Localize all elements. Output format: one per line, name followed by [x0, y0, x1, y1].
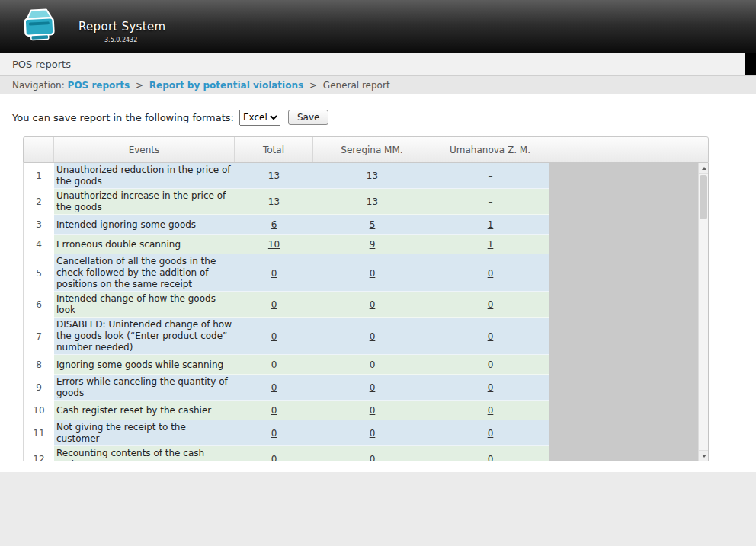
- seregina-cell: 0: [313, 254, 431, 292]
- row-number-cell: 3: [24, 215, 54, 235]
- total-cell: 0: [235, 292, 313, 318]
- seregina-cell: 5: [313, 215, 431, 235]
- total-cell: 0: [235, 420, 313, 446]
- seregina-cell: 0: [313, 375, 431, 401]
- total-cell: 0: [235, 355, 313, 375]
- count-link[interactable]: 0: [488, 331, 494, 342]
- breadcrumb-label: Navigation:: [12, 80, 65, 91]
- total-cell: 13: [235, 163, 313, 189]
- count-link[interactable]: 0: [370, 454, 376, 461]
- report-system-logo-icon: [21, 6, 56, 46]
- header-filler-cell: [549, 137, 708, 162]
- app-version: 3.5.0.2432: [104, 37, 165, 43]
- count-link[interactable]: 0: [271, 454, 277, 461]
- count-link[interactable]: 13: [367, 196, 378, 207]
- event-cell: Recounting contents of the cash register: [54, 446, 235, 461]
- app-title: Report System: [78, 20, 165, 34]
- total-cell: 0: [235, 318, 313, 355]
- count-link[interactable]: 0: [370, 331, 376, 342]
- seregina-cell: 9: [313, 235, 431, 254]
- event-cell: Erroneous double scanning: [54, 235, 235, 254]
- event-cell: Unauthorized increase in the price of th…: [54, 189, 235, 215]
- total-cell: 0: [235, 446, 313, 461]
- dash-value: –: [489, 171, 493, 181]
- count-link[interactable]: 1: [488, 239, 494, 250]
- header-total-cell: Total: [235, 137, 313, 162]
- table-row: 12Recounting contents of the cash regist…: [24, 446, 549, 461]
- total-cell: 0: [235, 401, 313, 420]
- umahanova-cell: –: [431, 189, 549, 215]
- count-link[interactable]: 0: [488, 428, 494, 439]
- event-cell: Unauthorized reduction in the price of t…: [54, 163, 235, 189]
- table-row: 9Errors while canceling the quantity of …: [24, 375, 549, 401]
- section-bar: POS reports: [0, 53, 756, 76]
- save-formats-label: You can save report in the following for…: [12, 112, 234, 123]
- count-link[interactable]: 0: [370, 299, 376, 310]
- count-link[interactable]: 0: [370, 405, 376, 416]
- report-table: Events Total Seregina MM. Umahanova Z. M…: [23, 136, 709, 461]
- table-row: 1Unauthorized reduction in the price of …: [24, 163, 549, 189]
- count-link[interactable]: 0: [271, 299, 277, 310]
- count-link[interactable]: 13: [367, 171, 378, 181]
- scroll-up-icon: [702, 167, 706, 170]
- breadcrumb-separator: >: [136, 80, 143, 91]
- footer-divider: [0, 472, 756, 481]
- count-link[interactable]: 0: [488, 405, 494, 416]
- table-header-row: Events Total Seregina MM. Umahanova Z. M…: [23, 136, 709, 163]
- count-link[interactable]: 0: [271, 428, 277, 439]
- row-number-cell: 9: [24, 375, 54, 401]
- umahanova-cell: 0: [431, 446, 549, 461]
- row-number-cell: 4: [24, 235, 54, 254]
- event-cell: Errors while canceling the quantity of g…: [54, 375, 235, 401]
- seregina-cell: 0: [313, 446, 431, 461]
- app-window: Report System 3.5.0.2432 POS reports Nav…: [0, 0, 756, 546]
- count-link[interactable]: 0: [488, 382, 494, 393]
- count-link[interactable]: 6: [271, 219, 277, 230]
- count-link[interactable]: 9: [370, 239, 376, 250]
- count-link[interactable]: 13: [268, 196, 280, 207]
- table-row: 5Cancellation of all the goods in the ch…: [24, 254, 549, 292]
- total-cell: 6: [235, 215, 313, 235]
- umahanova-cell: 0: [431, 375, 549, 401]
- count-link[interactable]: 0: [488, 454, 494, 461]
- count-link[interactable]: 0: [370, 428, 376, 439]
- count-link[interactable]: 10: [268, 239, 280, 250]
- count-link[interactable]: 0: [271, 405, 277, 416]
- row-number-cell: 2: [24, 189, 54, 215]
- count-link[interactable]: 0: [370, 359, 376, 370]
- count-link[interactable]: 0: [271, 268, 277, 279]
- count-link[interactable]: 5: [370, 219, 376, 230]
- breadcrumb-current: General report: [323, 80, 390, 91]
- count-link[interactable]: 1: [488, 219, 494, 230]
- table-row: 3Intended ignoring some goods651: [24, 215, 549, 235]
- event-cell: Cash register reset by the cashier: [54, 401, 235, 420]
- count-link[interactable]: 0: [271, 331, 277, 342]
- vertical-scrollbar[interactable]: [698, 163, 708, 461]
- count-link[interactable]: 0: [370, 382, 376, 393]
- total-cell: 0: [235, 254, 313, 292]
- scroll-down-button[interactable]: [699, 450, 709, 461]
- count-link[interactable]: 0: [271, 359, 277, 370]
- umahanova-cell: 1: [431, 215, 549, 235]
- count-link[interactable]: 0: [488, 299, 494, 310]
- table-row: 2Unauthorized increase in the price of t…: [24, 189, 549, 215]
- event-cell: Cancellation of all the goods in the che…: [54, 254, 235, 292]
- breadcrumb-link-pos-reports[interactable]: POS reports: [68, 80, 130, 91]
- header-number-cell: [24, 137, 54, 162]
- footer: [0, 472, 756, 546]
- row-number-cell: 11: [24, 420, 54, 446]
- scrollbar-thumb[interactable]: [700, 175, 707, 219]
- total-cell: 13: [235, 189, 313, 215]
- save-button[interactable]: Save: [288, 110, 328, 125]
- seregina-cell: 0: [313, 420, 431, 446]
- count-link[interactable]: 0: [488, 268, 494, 279]
- count-link[interactable]: 0: [370, 268, 376, 279]
- table-row: 7DISABLED: Unintended change of how the …: [24, 318, 549, 355]
- count-link[interactable]: 0: [271, 382, 277, 393]
- scroll-up-button[interactable]: [699, 163, 709, 174]
- dash-value: –: [489, 196, 493, 207]
- format-select[interactable]: Excel: [239, 110, 280, 126]
- breadcrumb-link-report-by-potential-violations[interactable]: Report by potential violations: [149, 80, 303, 91]
- count-link[interactable]: 13: [268, 171, 280, 181]
- count-link[interactable]: 0: [488, 359, 494, 370]
